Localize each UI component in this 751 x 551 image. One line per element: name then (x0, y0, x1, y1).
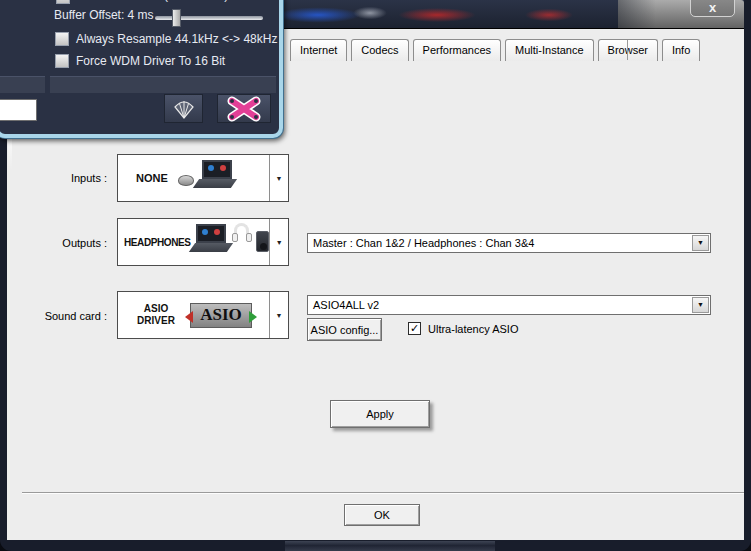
ultra-latency-checkbox[interactable]: ✓ (408, 322, 421, 335)
asio-logo-text: ASIO (200, 305, 242, 325)
soundcard-selector[interactable]: ASIO DRIVER ASIO ▼ (117, 291, 289, 339)
force-wdm-label: Force WDM Driver To 16 Bit (76, 54, 225, 68)
crossed-wrenches-icon (223, 96, 265, 122)
tab-performances[interactable]: Performances (413, 39, 501, 61)
tab-bar: Internet Codecs Performances Multi-Insta… (290, 39, 700, 61)
inputs-value: NONE (136, 172, 168, 184)
clipped-option-label: Allow Full Mode (WaveOut?) (76, 0, 228, 2)
ultra-latency-label: Ultra-latency ASIO (428, 323, 518, 335)
popup-strip-right (50, 76, 276, 93)
bottom-skin-blur (285, 541, 495, 551)
advanced-options-popup: Allow Full Mode (WaveOut?) Buffer Offset… (0, 0, 283, 138)
apply-button[interactable]: Apply (330, 400, 430, 428)
outputs-routing-combo[interactable]: Master : Chan 1&2 / Headphones : Chan 3&… (307, 233, 711, 253)
resample-checkbox[interactable] (55, 32, 69, 46)
window-border-highlight (8, 136, 12, 170)
outputs-routing-value: Master : Chan 1&2 / Headphones : Chan 3&… (313, 237, 534, 249)
popup-text-input[interactable] (0, 99, 37, 121)
close-icon[interactable]: x (690, 0, 735, 17)
footer-separator (22, 492, 744, 494)
soundcard-dropdown-arrow-icon[interactable]: ▼ (269, 292, 288, 338)
clipped-option-checkbox[interactable] (56, 0, 70, 4)
routing-dropdown-arrow-icon[interactable]: ▼ (692, 235, 709, 251)
tab-info[interactable]: Info (662, 39, 700, 61)
inputs-device-image (176, 157, 238, 199)
soundcard-label: Sound card : (7, 310, 107, 322)
outputs-dropdown-arrow-icon[interactable]: ▼ (269, 219, 288, 265)
titlebar: x (618, 0, 744, 28)
ok-button[interactable]: OK (344, 504, 420, 526)
inputs-dropdown-arrow-icon[interactable]: ▼ (269, 155, 288, 201)
asio-logo: ASIO (190, 303, 252, 328)
inputs-selector[interactable]: NONE ▼ (117, 154, 289, 202)
inputs-label: Inputs : (7, 172, 107, 184)
asio-config-button[interactable]: ASIO config... (307, 318, 382, 341)
force-wdm-checkbox[interactable] (55, 54, 69, 68)
parachute-button[interactable] (164, 94, 203, 123)
outputs-device-image (194, 221, 270, 263)
soundcard-driver-value: ASIO4ALL v2 (313, 299, 379, 311)
check-icon: ✓ (410, 322, 419, 334)
tab-codecs[interactable]: Codecs (351, 39, 408, 61)
resample-label: Always Resample 44.1kHz <-> 48kHz (76, 32, 277, 46)
screen: x Internet Codecs Performances Multi-Ins… (0, 0, 751, 551)
parachute-icon (172, 97, 196, 121)
soundcard-value: ASIO DRIVER (130, 303, 182, 327)
outputs-selector[interactable]: HEADPHONES ▼ (117, 218, 289, 266)
outputs-value: HEADPHONES (124, 237, 191, 248)
driver-dropdown-arrow-icon[interactable]: ▼ (692, 297, 709, 313)
asio-right-arrow-icon (249, 311, 257, 323)
speaker-icon (256, 231, 269, 252)
popup-strip-left (0, 76, 45, 93)
tab-strip-edge (627, 40, 628, 60)
tab-multi-instance[interactable]: Multi-Instance (505, 39, 593, 61)
asio-left-arrow-icon (185, 311, 193, 323)
buffer-offset-slider-thumb[interactable] (172, 9, 181, 27)
buffer-offset-label: Buffer Offset: 4 ms (54, 8, 154, 22)
mouse-icon (178, 175, 194, 186)
soundcard-driver-combo[interactable]: ASIO4ALL v2 ▼ (307, 295, 711, 315)
advanced-config-button[interactable] (217, 94, 271, 123)
outputs-label: Outputs : (7, 237, 107, 249)
tab-internet[interactable]: Internet (290, 39, 347, 61)
